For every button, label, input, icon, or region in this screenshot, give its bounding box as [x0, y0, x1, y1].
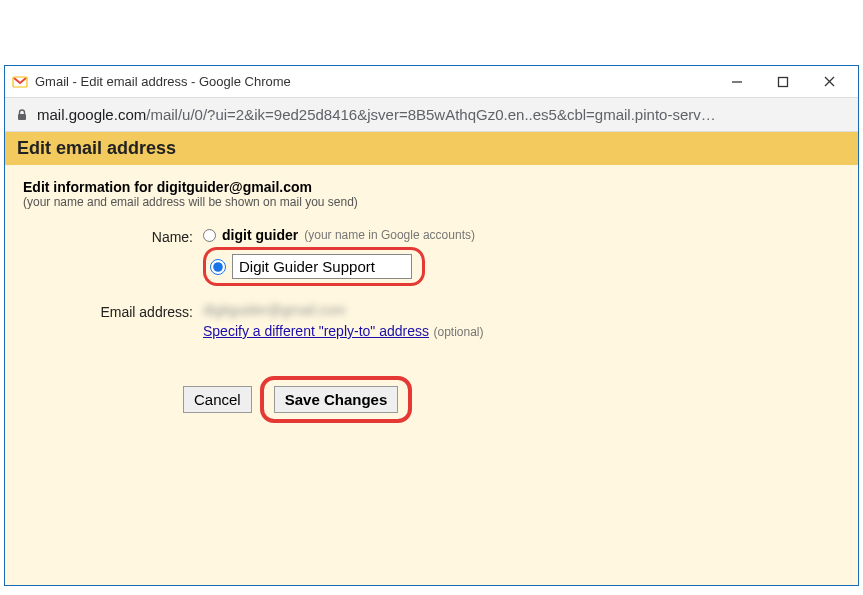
- window-controls: [714, 67, 852, 97]
- svg-rect-2: [779, 77, 788, 86]
- maximize-button[interactable]: [760, 67, 806, 97]
- google-name-hint: (your name in Google accounts): [304, 228, 475, 242]
- save-highlight: Save Changes: [260, 376, 413, 423]
- email-row: Email address: digitguider@gmail.com Spe…: [23, 302, 840, 340]
- url-host: mail.google.com: [37, 106, 146, 123]
- google-name-option[interactable]: digit guider (your name in Google accoun…: [203, 227, 840, 243]
- google-name-radio[interactable]: [203, 229, 216, 242]
- url-path: /mail/u/0/?ui=2&ik=9ed25d8416&jsver=8B5w…: [146, 106, 716, 123]
- svg-rect-5: [18, 114, 26, 120]
- custom-name-radio[interactable]: [210, 259, 226, 275]
- titlebar: Gmail - Edit email address - Google Chro…: [5, 66, 858, 98]
- page-content: Edit email address Edit information for …: [5, 132, 858, 585]
- address-bar[interactable]: mail.google.com/mail/u/0/?ui=2&ik=9ed25d…: [5, 98, 858, 132]
- close-button[interactable]: [806, 67, 852, 97]
- page-body: Edit information for digitguider@gmail.c…: [5, 165, 858, 585]
- info-sub: (your name and email address will be sho…: [23, 195, 840, 209]
- name-row: Name: digit guider (your name in Google …: [23, 227, 840, 290]
- browser-window: Gmail - Edit email address - Google Chro…: [4, 65, 859, 586]
- page-title: Edit email address: [17, 138, 846, 159]
- google-name-text: digit guider: [222, 227, 298, 243]
- email-value: digitguider@gmail.com: [203, 302, 840, 318]
- window-title: Gmail - Edit email address - Google Chro…: [35, 74, 714, 89]
- save-button[interactable]: Save Changes: [274, 386, 399, 413]
- page-header: Edit email address: [5, 132, 858, 165]
- app-icon: [11, 73, 29, 91]
- reply-to-link[interactable]: Specify a different "reply-to" address: [203, 323, 429, 339]
- info-heading: Edit information for digitguider@gmail.c…: [23, 179, 840, 195]
- lock-icon: [15, 108, 29, 122]
- name-label: Name:: [23, 227, 203, 245]
- custom-name-input[interactable]: [232, 254, 412, 279]
- custom-name-option[interactable]: [203, 247, 425, 286]
- minimize-button[interactable]: [714, 67, 760, 97]
- reply-to-optional: (optional): [433, 325, 483, 339]
- email-label: Email address:: [23, 302, 203, 320]
- button-row: Cancel Save Changes: [183, 376, 840, 423]
- url-text: mail.google.com/mail/u/0/?ui=2&ik=9ed25d…: [37, 106, 716, 123]
- cancel-button[interactable]: Cancel: [183, 386, 252, 413]
